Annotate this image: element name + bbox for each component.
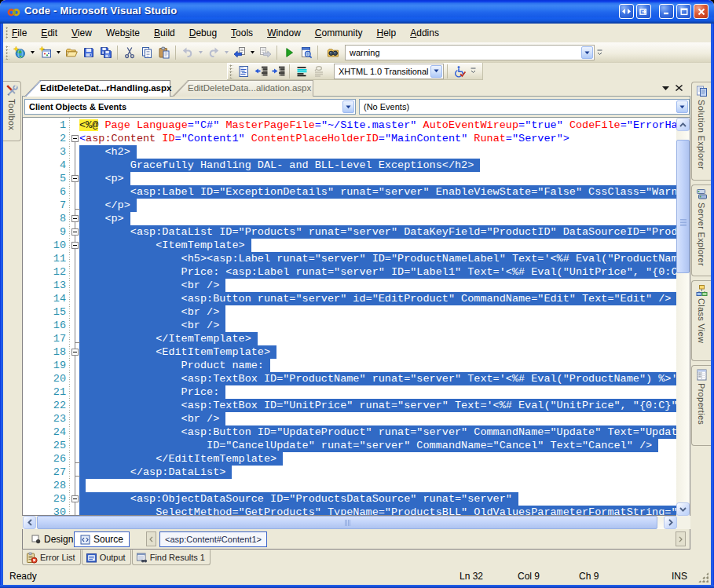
menu-website[interactable]: Website — [99, 24, 147, 42]
navigate-forward-button[interactable] — [257, 44, 274, 61]
selected-code-text[interactable]: Gracefully Handling DAL- and BLL-Level E… — [79, 159, 480, 172]
code-line[interactable]: 5 <p> — [23, 172, 676, 185]
code-line[interactable]: 6 <asp:Label ID="ExceptionDetails" runat… — [23, 185, 676, 199]
check-accessibility-button[interactable] — [451, 64, 468, 79]
redo-button[interactable] — [205, 44, 222, 61]
selected-code-text[interactable]: <p> — [79, 212, 130, 225]
folding-margin[interactable] — [70, 118, 81, 515]
menu-build[interactable]: Build — [147, 24, 182, 42]
copy-button[interactable] — [138, 44, 156, 61]
paste-button[interactable] — [156, 44, 173, 61]
code-line[interactable]: 15 <br /> — [23, 305, 676, 319]
design-view-button[interactable]: Design — [26, 531, 79, 547]
selected-code-text[interactable]: Price: — [79, 385, 225, 399]
cut-button[interactable] — [121, 44, 138, 61]
menu-window[interactable]: Window — [260, 24, 308, 42]
selected-code-text[interactable]: <br /> — [79, 279, 225, 292]
code-area[interactable]: 1<%@ Page Language="C#" MasterPageFile="… — [23, 119, 676, 516]
code-line[interactable]: 4 Gracefully Handling DAL- and BLL-Level… — [23, 159, 676, 172]
fold-collapse-box[interactable] — [71, 228, 79, 236]
close-button[interactable] — [694, 4, 709, 19]
code-line[interactable]: 10 <ItemTemplate> — [23, 239, 676, 252]
increase-indent-button[interactable] — [269, 64, 287, 79]
code-line[interactable]: 25 ID="CancelUpdate" runat="server" Comm… — [23, 439, 676, 452]
sidebar-tab-solution-explorer[interactable]: Solution Explorer — [691, 82, 711, 181]
tag-navigator-item[interactable]: <asp:Content#Content1> — [159, 531, 267, 547]
sidebar-tab-server-explorer[interactable]: Server Explorer — [691, 184, 711, 276]
code-line[interactable]: 27 </asp:DataList> — [23, 466, 676, 479]
code-line[interactable]: 18 <EditItemTemplate> — [23, 345, 676, 359]
selected-code-text[interactable]: </EditItemTemplate> — [79, 452, 283, 466]
menu-file[interactable]: File — [5, 24, 34, 42]
redo-dropdown[interactable] — [222, 44, 231, 61]
decrease-indent-button[interactable] — [252, 64, 269, 79]
menu-addins[interactable]: Addins — [403, 24, 446, 42]
panel-tab-output[interactable]: Output — [82, 550, 131, 565]
code-line[interactable]: 30 SelectMethod="GetProducts" TypeName="… — [23, 506, 676, 516]
selected-code-text[interactable]: <br /> — [79, 305, 225, 319]
selected-code-text[interactable]: <asp:TextBox ID="UnitPrice" runat="serve… — [79, 399, 676, 412]
menu-community[interactable]: Community — [308, 24, 370, 42]
tab-scroll-dropdown[interactable] — [661, 83, 670, 93]
find-combobox[interactable]: warning — [345, 45, 595, 60]
menu-debug[interactable]: Debug — [182, 24, 224, 42]
vertical-scrollbar-thumb[interactable] — [676, 140, 690, 273]
selected-code-text[interactable]: <br /> — [79, 319, 225, 332]
code-line[interactable]: 3 <h2> — [23, 145, 676, 159]
code-line[interactable]: 8 <p> — [23, 212, 676, 225]
sidebar-tab-properties[interactable]: Properties — [691, 365, 711, 446]
events-dropdown[interactable]: (No Events) — [359, 99, 690, 115]
objects-dropdown-arrow[interactable] — [342, 100, 354, 113]
target-schema-combobox[interactable]: XHTML 1.0 Transitional ( — [334, 64, 444, 79]
code-line[interactable]: 17 </ItemTemplate> — [23, 332, 676, 345]
document-tab-inactive[interactable]: EditDeleteData...alidation.aspx — [172, 80, 313, 97]
code-line[interactable]: 1<%@ Page Language="C#" MasterPageFile="… — [23, 119, 676, 132]
code-line[interactable]: 22 <asp:TextBox ID="UnitPrice" runat="se… — [23, 399, 676, 412]
document-tab-label[interactable]: EditDeleteDat...rHandling.aspx — [24, 80, 170, 93]
format-selection-button[interactable] — [293, 64, 310, 79]
close-document-button[interactable] — [675, 83, 683, 93]
menu-edit[interactable]: Edit — [34, 24, 64, 42]
new-web-site-button[interactable] — [11, 44, 28, 61]
selected-code-text[interactable]: <ItemTemplate> — [79, 239, 251, 252]
new-web-site-dropdown[interactable] — [28, 44, 37, 61]
code-line[interactable]: 24 <asp:Button ID="UpdateProduct" runat=… — [23, 425, 676, 439]
add-new-item-dropdown[interactable] — [54, 44, 63, 61]
find-combobox-value[interactable]: warning — [346, 48, 580, 57]
selected-code-text[interactable]: </ItemTemplate> — [79, 332, 258, 345]
selected-code-text[interactable]: <h5><asp:Label runat="server" ID="Produc… — [79, 252, 676, 265]
selected-code-text[interactable]: Product name: — [79, 359, 270, 372]
toolbar-overflow-chevron[interactable] — [595, 44, 604, 61]
code-line[interactable]: 26 </EditItemTemplate> — [23, 452, 676, 466]
fold-collapse-box[interactable] — [71, 175, 79, 182]
horizontal-scrollbar-thumb[interactable] — [37, 516, 657, 529]
code-line[interactable]: 11 <h5><asp:Label runat="server" ID="Pro… — [23, 252, 676, 265]
events-dropdown-value[interactable]: (No Events) — [360, 102, 676, 111]
selected-code-text[interactable]: <asp:TextBox ID="ProductName" runat="ser… — [79, 372, 676, 385]
horizontal-scrollbar[interactable] — [23, 516, 677, 529]
selected-code-text[interactable]: <asp:Button ID="UpdateProduct" runat="se… — [79, 425, 676, 439]
navigate-backward-button[interactable] — [231, 44, 248, 61]
document-tab-active[interactable]: EditDeleteDat...rHandling.aspx — [24, 80, 170, 97]
scroll-left-button[interactable] — [23, 516, 36, 529]
save-all-button[interactable] — [97, 44, 115, 61]
add-new-item-button[interactable] — [37, 44, 54, 61]
menu-help[interactable]: Help — [370, 24, 404, 42]
fold-collapse-box[interactable] — [71, 349, 79, 356]
selected-code-text[interactable]: ID="CancelUpdate" runat="server" Command… — [79, 439, 658, 452]
resize-grip[interactable] — [698, 572, 709, 583]
toolbar-overflow-chevron[interactable] — [468, 63, 478, 80]
selected-code-text[interactable]: <br /> — [79, 412, 225, 425]
code-line[interactable]: 13 <br /> — [23, 279, 676, 292]
document-tab-label[interactable]: EditDeleteData...alidation.aspx — [172, 80, 313, 93]
undo-dropdown[interactable] — [196, 44, 205, 61]
uncomment-lines-button[interactable] — [310, 64, 328, 79]
events-dropdown-arrow[interactable] — [676, 100, 688, 113]
fold-collapse-box[interactable] — [71, 135, 79, 142]
panel-tab-error-list[interactable]: Error List — [22, 550, 81, 565]
code-text[interactable]: <%@ Page Language="C#" MasterPageFile="~… — [79, 119, 676, 132]
selected-code-text[interactable]: </asp:DataList> — [79, 466, 232, 479]
selected-code-text[interactable]: <asp:Button runat="server" id="EditProdu… — [79, 292, 676, 305]
target-schema-arrow[interactable] — [430, 65, 442, 78]
menu-view[interactable]: View — [64, 24, 99, 42]
